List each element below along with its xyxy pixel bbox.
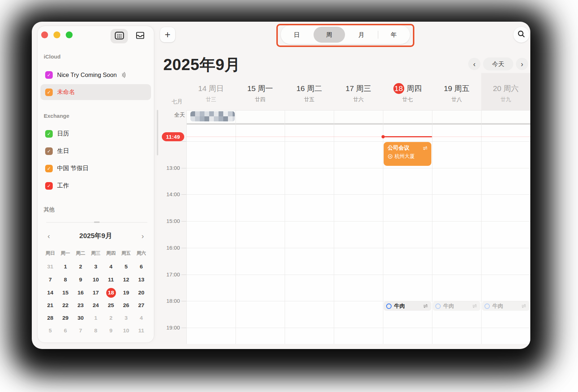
sidebar-calendar-item[interactable]: 中国 节假日	[40, 160, 151, 176]
day-header[interactable]: 14 周日廿三	[186, 82, 236, 108]
today-date-badge: 18	[393, 83, 404, 94]
minimize-window-button[interactable]	[53, 31, 60, 38]
prev-week-button[interactable]: ‹	[468, 58, 480, 70]
reminder-title: 牛肉	[492, 303, 518, 310]
day-lunar-label: 廿三	[206, 96, 216, 103]
mini-calendar-day[interactable]: 7	[73, 324, 88, 337]
redacted-allday-event[interactable]	[190, 111, 235, 121]
mini-calendar-day[interactable]: 2	[73, 260, 88, 273]
mini-calendar-day[interactable]: 19	[118, 287, 134, 299]
mini-calendar-day[interactable]: 16	[73, 287, 88, 299]
day-header[interactable]: 20 周六廿九	[481, 82, 530, 108]
reminder-checkbox[interactable]	[386, 303, 392, 309]
mini-calendar-day[interactable]: 9	[73, 273, 88, 286]
current-time-badge: 11:49	[162, 132, 184, 141]
event-block[interactable]: 公司会议杭州大厦	[384, 142, 431, 166]
mini-calendar-day[interactable]: 10	[88, 273, 103, 286]
reminder-block[interactable]: 牛肉	[433, 301, 480, 311]
reminder-block[interactable]: 牛肉	[384, 301, 431, 311]
calendar-checkbox[interactable]	[45, 89, 53, 96]
mini-calendar-title: 2025年9月	[79, 231, 112, 241]
sidebar-section-title: iCloud	[44, 53, 61, 60]
day-header[interactable]: 18周四廿七	[383, 82, 432, 108]
calendar-checkbox[interactable]	[45, 182, 53, 190]
mini-calendar-day[interactable]: 14	[43, 287, 58, 299]
reminder-checkbox[interactable]	[484, 303, 490, 309]
mini-calendar-day[interactable]: 31	[43, 260, 58, 273]
sidebar-calendar-item[interactable]: 未命名	[40, 84, 151, 100]
lunar-month-label: 七月	[140, 98, 182, 105]
current-time-dot	[381, 135, 385, 138]
sidebar-calendar-item[interactable]: Nice Try Coming Soon	[40, 67, 151, 83]
mini-calendar-day[interactable]: 5	[118, 260, 134, 273]
mini-calendar-day[interactable]: 26	[118, 299, 134, 311]
mini-calendar-day[interactable]: 28	[43, 312, 58, 324]
view-tab-月[interactable]: 月	[345, 25, 378, 44]
today-button[interactable]: 今天	[483, 57, 513, 70]
day-header[interactable]: 15 周一廿四	[236, 82, 285, 108]
hour-label: 18:00	[140, 298, 180, 304]
mini-calendar-day[interactable]: 7	[43, 273, 58, 286]
reminder-checkbox[interactable]	[435, 303, 441, 309]
calendar-checkbox[interactable]	[45, 147, 53, 155]
mini-calendar-day[interactable]: 1	[58, 260, 73, 273]
inbox-toggle-button[interactable]	[131, 29, 149, 43]
mini-weekday-label: 周三	[88, 250, 103, 257]
view-tab-日[interactable]: 日	[281, 25, 313, 44]
sidebar-calendar-item[interactable]: 日历	[40, 126, 151, 142]
sidebar-calendar-item[interactable]: 工作	[40, 178, 151, 194]
search-button[interactable]	[513, 27, 529, 43]
mini-calendar-day[interactable]: 21	[43, 299, 58, 311]
mini-calendar-day[interactable]: 25	[103, 299, 118, 311]
mini-calendar-day[interactable]: 15	[58, 287, 73, 299]
mini-calendar-day[interactable]: 8	[88, 324, 103, 337]
view-tab-年[interactable]: 年	[378, 25, 410, 44]
mini-calendar-day[interactable]: 4	[134, 312, 149, 324]
mini-calendar-day[interactable]: 29	[58, 312, 73, 324]
calendar-checkbox[interactable]	[45, 130, 53, 138]
mini-calendar-day[interactable]: 2	[103, 312, 118, 324]
sidebar-calendar-item[interactable]: 生日	[40, 143, 151, 159]
next-week-button[interactable]: ›	[516, 58, 528, 70]
mini-calendar-next-button[interactable]: ›	[137, 232, 149, 240]
mini-calendar-day[interactable]: 11	[103, 273, 118, 286]
mini-calendar-day[interactable]: 23	[73, 299, 88, 311]
mini-calendar-day[interactable]: 24	[88, 299, 103, 311]
hour-label: 19:00	[140, 324, 180, 331]
reminder-block[interactable]: 牛肉	[482, 301, 530, 311]
mini-calendar-day[interactable]: 8	[58, 273, 73, 286]
hour-label: 14:00	[140, 191, 180, 197]
calendar-checkbox[interactable]	[45, 71, 53, 79]
sidebar-divider[interactable]	[46, 222, 147, 223]
mini-calendar-day[interactable]: 30	[73, 312, 88, 324]
mini-calendar-day[interactable]: 12	[118, 273, 134, 286]
mini-calendar-day[interactable]: 10	[118, 324, 134, 337]
mini-weekday-label: 周五	[118, 250, 134, 257]
mini-calendar-day[interactable]: 1	[88, 312, 103, 324]
mini-calendar-day[interactable]: 3	[118, 312, 134, 324]
add-event-button[interactable]: +	[160, 27, 175, 42]
week-time-grid[interactable]: 13:0014:0015:0016:0017:0018:0019:0011:49…	[186, 125, 530, 344]
mini-calendar-day[interactable]: 6	[58, 324, 73, 337]
day-column-line	[481, 110, 482, 344]
mini-calendar-day[interactable]: 22	[58, 299, 73, 311]
day-header[interactable]: 19 周五廿八	[432, 82, 481, 108]
mini-calendar-day[interactable]: 4	[103, 260, 118, 273]
day-column-line	[186, 110, 187, 344]
calendar-panel-toggle-button[interactable]	[111, 29, 128, 43]
zoom-window-button[interactable]	[66, 31, 73, 38]
mini-calendar-day[interactable]: 17	[88, 287, 103, 299]
day-header[interactable]: 16 周二廿五	[285, 82, 334, 108]
calendar-checkbox[interactable]	[45, 165, 53, 172]
mini-calendar-day[interactable]: 5	[43, 324, 58, 337]
close-window-button[interactable]	[41, 31, 48, 38]
mini-calendar-day[interactable]: 3	[88, 260, 103, 273]
reminder-title: 牛肉	[443, 303, 469, 310]
view-tab-周[interactable]: 周	[313, 25, 345, 44]
mini-calendar-day[interactable]: 20	[134, 287, 149, 299]
mini-calendar-prev-button[interactable]: ‹	[43, 232, 55, 240]
mini-calendar-day[interactable]: 18	[103, 287, 118, 299]
day-header[interactable]: 17 周三廿六	[334, 82, 383, 108]
mini-calendar-day[interactable]: 9	[103, 324, 118, 337]
hour-gridline	[186, 168, 530, 168]
